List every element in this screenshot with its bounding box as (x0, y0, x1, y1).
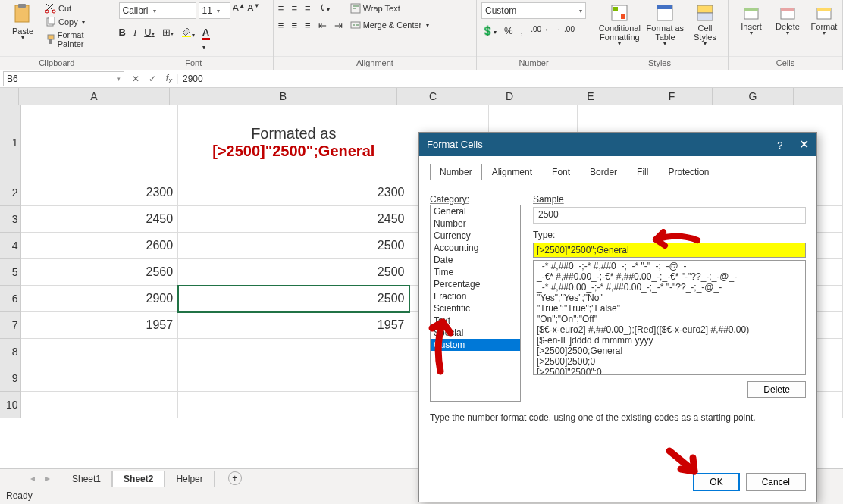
delete-format-button[interactable]: Delete (747, 381, 806, 398)
dialog-tab[interactable]: Fill (627, 164, 658, 180)
dialog-tab[interactable]: Protection (658, 164, 719, 180)
help-button[interactable]: ? (777, 139, 782, 151)
row-header[interactable]: 5 (0, 259, 21, 286)
font-size-combo[interactable]: 11▾ (199, 2, 230, 19)
cell[interactable] (21, 365, 178, 392)
type-list-item[interactable]: [>2500]2500;General (534, 346, 805, 356)
tab-nav-prev[interactable]: ◂ (30, 473, 35, 484)
cell-styles-button[interactable]: Cell Styles▾ (687, 2, 723, 49)
row-header[interactable]: 9 (0, 365, 21, 392)
format-cells-button[interactable]: Format▾ (806, 2, 842, 38)
accept-formula-button[interactable]: ✓ (144, 74, 161, 84)
type-list-item[interactable]: "On";"On";"Off" (534, 314, 805, 324)
col-header-c[interactable]: C (397, 88, 469, 105)
cell[interactable]: 2900 (21, 286, 178, 312)
fx-button[interactable]: fx (161, 73, 177, 85)
row-header[interactable]: 7 (0, 312, 21, 339)
decrease-decimal-button[interactable]: ←.00 (556, 25, 575, 36)
align-center-button[interactable]: ≡ (291, 20, 297, 31)
decrease-font-button[interactable]: A▼ (247, 2, 260, 19)
cell[interactable] (21, 339, 178, 365)
cut-button[interactable]: Cut (44, 2, 109, 14)
row-header[interactable]: 4 (0, 233, 21, 259)
bold-button[interactable]: B (119, 27, 126, 52)
format-painter-button[interactable]: Format Painter (44, 30, 109, 49)
cell[interactable]: 1957 (21, 312, 178, 339)
delete-cells-button[interactable]: Delete▾ (769, 2, 806, 38)
underline-button[interactable]: U▾ (144, 27, 154, 52)
col-header-a[interactable]: A (19, 88, 170, 105)
conditional-formatting-button[interactable]: Conditional Formatting▾ (596, 2, 644, 49)
cell[interactable]: 2500 (178, 233, 409, 259)
type-list[interactable]: _-* #,##0_-;-* #,##0_-;_-* "-"_-;_-@_-_-… (533, 260, 806, 375)
type-list-item[interactable]: [$-en-IE]dddd d mmmm yyyy (534, 335, 805, 346)
sheet-tab[interactable]: Sheet2 (112, 471, 165, 487)
align-top-button[interactable]: ≡ (278, 2, 284, 14)
row-header[interactable]: 8 (0, 339, 21, 365)
increase-font-button[interactable]: A▲ (233, 2, 246, 19)
number-format-combo[interactable]: Custom▾ (481, 2, 586, 19)
sheet-tab[interactable]: Sheet1 (61, 471, 112, 487)
type-list-item[interactable]: _-* #,##0.00_-;-* #,##0.00_-;_-* "-"??_-… (534, 282, 805, 293)
type-list-item[interactable]: "True";"True";"False" (534, 303, 805, 314)
category-item[interactable]: Time (431, 266, 520, 278)
align-right-button[interactable]: ≡ (305, 20, 311, 31)
formula-input[interactable]: 2900 (177, 74, 203, 84)
dialog-tab[interactable]: Alignment (482, 164, 542, 180)
category-item[interactable]: Date (431, 254, 520, 266)
cell[interactable] (21, 392, 178, 418)
dialog-tab[interactable]: Font (542, 164, 580, 180)
category-item[interactable]: Percentage (431, 278, 520, 290)
type-list-item[interactable]: [$€-x-euro2] #,##0.00_);[Red]([$€-x-euro… (534, 324, 805, 335)
col-header-g[interactable]: G (713, 88, 794, 105)
row-header[interactable]: 6 (0, 286, 21, 312)
type-list-item[interactable]: [>2500]"2500";0 (534, 367, 805, 375)
row-header[interactable]: 10 (0, 392, 21, 418)
font-color-button[interactable]: A▾ (202, 27, 210, 52)
cell[interactable]: 1957 (178, 312, 409, 339)
select-all-corner[interactable] (0, 88, 19, 105)
cancel-button[interactable]: Cancel (746, 473, 806, 491)
row-header-1[interactable]: 1 (0, 105, 21, 180)
type-list-item[interactable]: _-€* #,##0.00_-;-€* #,##0.00_-;_-€* "-"?… (534, 271, 805, 282)
cell[interactable] (178, 392, 409, 418)
align-middle-button[interactable]: ≡ (291, 2, 297, 14)
name-box[interactable]: B6▾ (3, 71, 124, 86)
copy-button[interactable]: Copy▾ (44, 16, 109, 28)
cell[interactable]: 2300 (21, 180, 178, 206)
col-header-d[interactable]: D (469, 88, 550, 105)
close-button[interactable]: ✕ (799, 138, 809, 151)
dialog-tab[interactable]: Border (580, 164, 627, 180)
col-header-e[interactable]: E (550, 88, 631, 105)
category-item[interactable]: Scientific (431, 302, 520, 315)
wrap-text-button[interactable]: Wrap Text (349, 2, 431, 14)
orientation-button[interactable]: ⤹▾ (318, 2, 330, 14)
cell[interactable]: 2600 (21, 233, 178, 259)
percent-button[interactable]: % (504, 25, 513, 36)
category-item[interactable]: Fraction (431, 290, 520, 302)
align-left-button[interactable]: ≡ (278, 20, 284, 31)
format-as-table-button[interactable]: Format as Table▾ (644, 2, 687, 49)
comma-button[interactable]: , (521, 25, 524, 36)
type-list-item[interactable]: [>2500]2500;0 (534, 356, 805, 367)
new-sheet-button[interactable]: + (228, 471, 242, 485)
category-item[interactable]: Currency (431, 230, 520, 242)
italic-button[interactable]: I (133, 27, 136, 52)
type-list-item[interactable]: _-* #,##0_-;-* #,##0_-;_-* "-"_-;_-@_- (534, 261, 805, 271)
accounting-format-button[interactable]: 💲▾ (481, 25, 497, 36)
merge-center-button[interactable]: Merge & Center▾ (349, 19, 431, 31)
dialog-tab[interactable]: Number (430, 164, 482, 180)
cell[interactable] (178, 339, 409, 365)
cell[interactable]: 2450 (178, 206, 409, 233)
sheet-tab[interactable]: Helper (165, 471, 214, 487)
cell[interactable]: 2560 (21, 259, 178, 286)
align-bottom-button[interactable]: ≡ (305, 2, 311, 14)
category-item[interactable]: General (431, 205, 520, 218)
cell-a1[interactable] (21, 105, 178, 180)
fill-color-button[interactable]: ▾ (181, 27, 195, 52)
font-name-combo[interactable]: Calibri▾ (119, 2, 196, 19)
cell[interactable]: 2450 (21, 206, 178, 233)
category-item[interactable]: Accounting (431, 242, 520, 254)
col-header-b[interactable]: B (170, 88, 397, 105)
row-header[interactable]: 2 (0, 180, 21, 206)
